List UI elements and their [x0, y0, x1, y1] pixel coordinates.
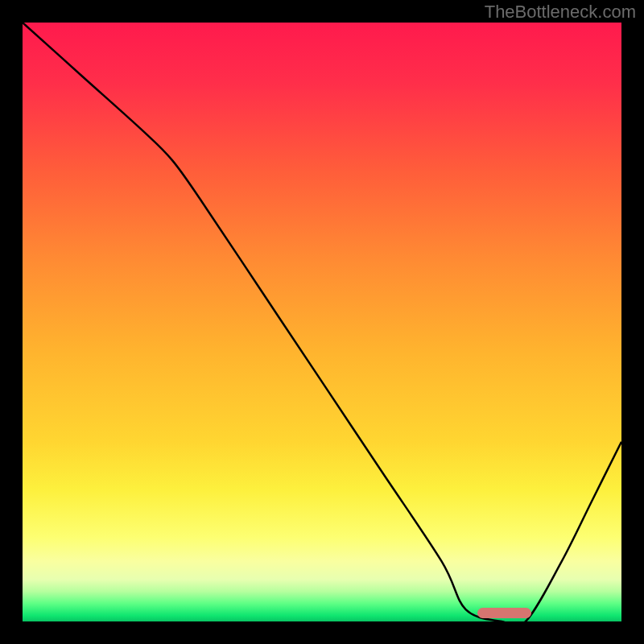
optimal-marker: [477, 608, 531, 618]
bottleneck-curve: [23, 23, 621, 621]
watermark-text: TheBottleneck.com: [485, 2, 636, 23]
chart-plot-area: [23, 23, 621, 621]
